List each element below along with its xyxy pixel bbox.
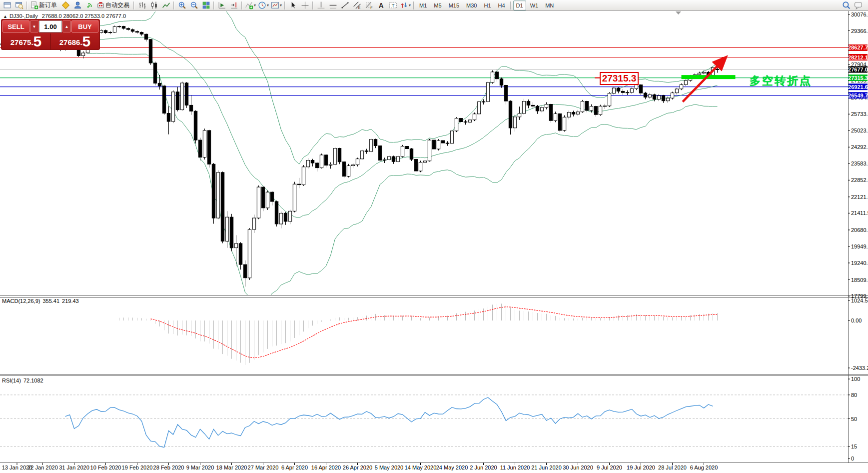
sell-price-main: 27675	[10, 36, 31, 49]
svg-text:26 Apr 2020: 26 Apr 2020	[343, 464, 372, 470]
svg-text:80: 80	[851, 392, 857, 398]
svg-text:0: 0	[851, 456, 854, 462]
svg-text:5 May 2020: 5 May 2020	[375, 464, 403, 470]
svg-text:9 Jul 2020: 9 Jul 2020	[597, 464, 622, 470]
svg-text:22852.0: 22852.0	[851, 177, 868, 183]
svg-text:50: 50	[851, 416, 857, 422]
svg-text:-2433.25: -2433.25	[851, 365, 868, 371]
svg-text:29366.5: 29366.5	[851, 28, 868, 34]
svg-text:15: 15	[851, 444, 857, 450]
rsi-plot	[0, 395, 848, 448]
svg-text:19949.5: 19949.5	[851, 244, 868, 250]
svg-text:1024.52: 1024.52	[851, 298, 868, 304]
bull-bear-turning-point-label[interactable]: 多空转折点	[750, 74, 812, 88]
svg-text:27677.0: 27677.0	[848, 66, 868, 72]
rsi-name: RSI(14)	[2, 378, 21, 384]
svg-text:28 Feb 2020: 28 Feb 2020	[153, 464, 184, 470]
rsi-value: 72.1082	[23, 378, 43, 384]
svg-text:19 Jul 2020: 19 Jul 2020	[627, 464, 655, 470]
symbol-period-label: DJ30-,Daily	[9, 13, 38, 19]
svg-text:6 Aug 2020: 6 Aug 2020	[690, 464, 718, 470]
svg-text:25023.5: 25023.5	[851, 128, 868, 134]
price-chart-svg[interactable]: 30076.029366.527904.527195.026464.025733…	[0, 0, 868, 473]
svg-text:20680.5: 20680.5	[851, 227, 868, 233]
svg-text:6 Apr 2020: 6 Apr 2020	[281, 464, 308, 470]
svg-text:28627.7: 28627.7	[848, 44, 868, 50]
price-tag: 26549.7	[848, 92, 868, 98]
svg-text:27315.3: 27315.3	[848, 75, 868, 81]
macd-plot	[119, 304, 718, 365]
svg-text:10 Feb 2020: 10 Feb 2020	[90, 464, 121, 470]
buy-button[interactable]: BUY	[71, 20, 98, 32]
svg-text:25733.0: 25733.0	[851, 111, 868, 117]
price-axis[interactable]: 30076.029366.527904.527195.026464.025733…	[848, 12, 868, 462]
svg-text:24292.5: 24292.5	[851, 144, 868, 150]
sell-button[interactable]: SELL	[2, 20, 29, 32]
chart-shift-marker	[676, 12, 681, 14]
svg-text:22 Jan 2020: 22 Jan 2020	[27, 464, 58, 470]
ohlc-values: 27688.0 28062.0 27533.0 27677.0	[42, 13, 126, 19]
sell-price[interactable]: 27675.5	[2, 34, 49, 50]
price-tag: 28627.7	[848, 44, 868, 51]
price-divider	[50, 34, 51, 50]
svg-text:31 Jan 2020: 31 Jan 2020	[59, 464, 89, 470]
svg-text:14 May 2020: 14 May 2020	[405, 464, 437, 470]
svg-text:18 Mar 2020: 18 Mar 2020	[216, 464, 247, 470]
drawn-objects[interactable]	[595, 12, 736, 102]
svg-text:27 Mar 2020: 27 Mar 2020	[248, 464, 279, 470]
price-tag: 27315.3	[848, 74, 868, 81]
candles	[0, 26, 719, 286]
svg-text:2 Jun 2020: 2 Jun 2020	[470, 464, 497, 470]
svg-text:26921.6: 26921.6	[848, 84, 868, 90]
svg-text:18509.0: 18509.0	[851, 277, 868, 283]
panel-separator-main-macd[interactable]	[0, 296, 868, 298]
buy-price-pip: 5	[82, 34, 91, 49]
trading-platform-window: 新订单自动交易▾▾▾EFAT▾M1M5M15M30H1H4D1W1MN 3007…	[0, 0, 868, 473]
price-tag: 27677.0	[848, 66, 868, 73]
macd-name: MACD(12,26,9)	[2, 298, 40, 304]
svg-text:22121.0: 22121.0	[851, 194, 868, 200]
svg-text:19 Feb 2020: 19 Feb 2020	[122, 464, 153, 470]
price-tag: 28212.1	[848, 54, 868, 60]
svg-text:21 Jun 2020: 21 Jun 2020	[531, 464, 562, 470]
svg-text:11 Jun 2020: 11 Jun 2020	[500, 464, 530, 470]
svg-text:26549.7: 26549.7	[848, 92, 868, 98]
svg-text:21411.5: 21411.5	[851, 210, 868, 216]
volume-input[interactable]	[39, 20, 62, 32]
macd-signal-value: 219.43	[62, 298, 79, 304]
svg-text:30076.0: 30076.0	[851, 12, 868, 18]
level-lines[interactable]	[0, 48, 848, 95]
price-callout-box[interactable]: 27315.3	[600, 72, 639, 85]
time-axis[interactable]: 13 Jan 202022 Jan 202031 Jan 202010 Feb …	[2, 462, 718, 470]
buy-price[interactable]: 27686.5	[51, 34, 98, 50]
svg-text:16 Apr 2020: 16 Apr 2020	[311, 464, 341, 470]
buy-price-main: 27686	[59, 36, 80, 49]
svg-text:24 May 2020: 24 May 2020	[436, 464, 468, 470]
svg-text:100: 100	[851, 376, 860, 382]
sell-price-pip: 5	[33, 34, 42, 49]
rsi-indicator-label: RSI(14)72.1082	[2, 378, 46, 384]
macd-main-value: 355.41	[42, 298, 59, 304]
one-click-trading-panel: SELL ▼ ▲ BUY 27675.5 27686.5	[1, 19, 100, 50]
macd-indicator-label: MACD(12,26,9)355.41219.43	[2, 298, 81, 304]
svg-text:28212.1: 28212.1	[848, 54, 868, 60]
svg-text:0.00: 0.00	[851, 318, 862, 324]
panel-separator-macd-rsi[interactable]	[0, 374, 868, 376]
volume-decrease-button[interactable]: ▼	[30, 20, 38, 32]
chart-title-line: ▲DJ30-,Daily27688.0 28062.0 27533.0 2767…	[3, 13, 126, 19]
svg-text:19240.0: 19240.0	[851, 260, 868, 266]
svg-text:30 Jun 2020: 30 Jun 2020	[563, 464, 593, 470]
volume-increase-button[interactable]: ▲	[62, 20, 71, 32]
svg-text:28 Jul 2020: 28 Jul 2020	[658, 464, 687, 470]
panel-collapse-arrow[interactable]: ▲	[3, 14, 7, 19]
svg-text:23583.0: 23583.0	[851, 160, 868, 166]
svg-text:9 Mar 2020: 9 Mar 2020	[186, 464, 214, 470]
price-tag: 26921.6	[848, 84, 868, 90]
